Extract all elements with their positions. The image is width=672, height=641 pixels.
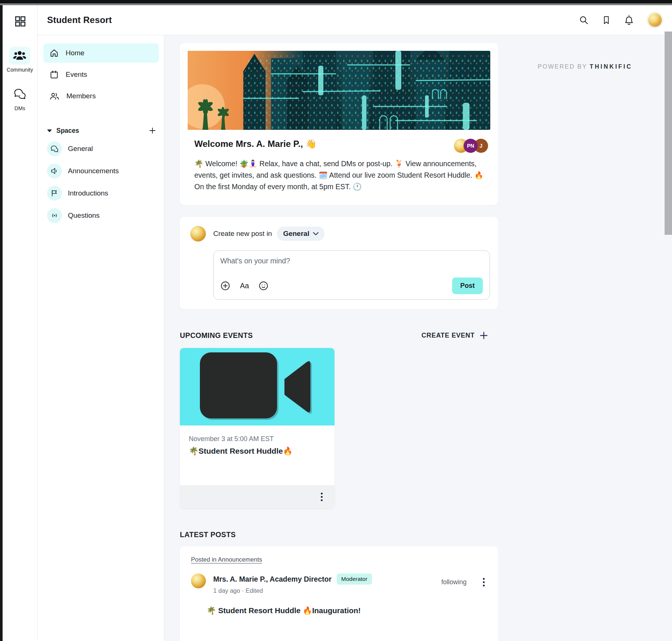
sidebar-space-announcements[interactable]: Announcements	[43, 162, 159, 180]
notifications-button[interactable]	[624, 14, 634, 26]
sidebar-item-label: Events	[66, 70, 87, 79]
thinkific-brand: THINKIFIC	[590, 63, 632, 70]
welcome-card: Welcome Mrs. A. Marie P., 👋 PN J 🌴 Welco…	[180, 43, 498, 205]
space-label: General	[68, 145, 93, 153]
bell-icon	[624, 14, 634, 26]
latest-posts-header: LATEST POSTS	[180, 530, 236, 539]
sidebar-item-members[interactable]: Members	[43, 86, 159, 106]
kebab-icon	[321, 493, 323, 494]
spaces-section-toggle[interactable]: Spaces	[47, 126, 157, 135]
rail-label-dms: DMs	[14, 105, 25, 111]
attach-button[interactable]	[220, 281, 230, 291]
add-space-button[interactable]	[148, 126, 157, 135]
user-avatar-button[interactable]	[647, 12, 663, 28]
post-author-avatar[interactable]	[191, 573, 206, 588]
member-avatar: PN	[464, 139, 478, 153]
page-scrollbar-thumb[interactable]	[665, 32, 672, 235]
post-input[interactable]	[220, 257, 483, 274]
posted-in-link[interactable]: Posted in Announcements	[191, 556, 262, 563]
top-black-bar	[0, 0, 672, 3]
welcome-description: 🌴 Welcome! 🪴🧘🏻‍♀️ Relax, have a chat, se…	[188, 158, 490, 193]
rail-label-community: Community	[7, 67, 33, 73]
home-icon	[49, 48, 59, 58]
caret-down-icon	[47, 129, 52, 132]
spaces-header-label: Spaces	[56, 127, 79, 135]
event-title: 🌴Student Resort Huddle🔥	[189, 447, 326, 456]
post-author-name[interactable]: Mrs. A. Marie P., Academy Director	[213, 575, 332, 584]
flag-icon	[50, 190, 59, 197]
space-label: Questions	[68, 211, 100, 220]
composer-avatar	[190, 226, 206, 241]
user-avatar	[648, 13, 662, 27]
sidebar-space-introductions[interactable]: Introductions	[43, 184, 159, 202]
top-header: Student Resort	[37, 5, 672, 35]
event-card[interactable]: November 3 at 5:00 AM EST 🌴Student Resor…	[180, 348, 335, 509]
event-card-footer	[180, 485, 335, 509]
page-title: Student Resort	[47, 15, 112, 25]
text-format-button[interactable]: Aa	[240, 282, 249, 290]
space-selector[interactable]: General	[277, 227, 325, 241]
post-options-button[interactable]	[481, 576, 487, 589]
moderator-badge: Moderator	[337, 573, 372, 585]
rail-item-dms[interactable]: DMs	[10, 85, 30, 111]
main-content: Welcome Mrs. A. Marie P., 👋 PN J 🌴 Welco…	[164, 35, 672, 641]
event-thumbnail-video-camera	[180, 348, 335, 425]
apps-grid-button[interactable]	[14, 15, 26, 27]
circle-plus-icon	[220, 281, 230, 291]
space-label: Announcements	[68, 167, 119, 175]
grid-icon	[14, 15, 26, 27]
composer-prompt-label: Create new post in	[213, 230, 272, 238]
smiley-icon	[258, 281, 269, 291]
members-icon	[49, 91, 60, 101]
sidebar-item-home[interactable]: Home	[43, 43, 159, 63]
community-sidebar: Home Events Members	[37, 35, 164, 641]
plus-icon	[149, 127, 156, 134]
space-label: Introductions	[68, 189, 108, 197]
event-options-button[interactable]	[319, 490, 325, 503]
dms-icon	[13, 88, 27, 101]
sidebar-item-events[interactable]: Events	[43, 65, 159, 84]
welcome-title: Welcome Mrs. A. Marie P., 👋	[194, 139, 317, 149]
space-selector-value: General	[283, 230, 309, 238]
sidebar-item-label: Members	[66, 92, 96, 100]
search-icon	[579, 15, 589, 25]
plus-icon	[480, 332, 488, 339]
calendar-icon	[49, 70, 59, 79]
bookmarks-button[interactable]	[602, 15, 611, 25]
create-post-card: Create new post in General	[180, 217, 498, 309]
following-toggle[interactable]: following	[441, 578, 467, 586]
post-meta: 1 day ago · Edited	[213, 587, 372, 594]
post-title: 🌴 Student Resort Huddle 🔥Inauguration!	[191, 606, 487, 615]
community-banner-image	[188, 51, 490, 130]
post-card: Posted in Announcements Mrs. A. Marie P.…	[180, 546, 498, 641]
sidebar-item-label: Home	[66, 49, 85, 57]
post-compose-box: Aa Post	[213, 250, 490, 300]
kebab-icon	[483, 578, 485, 580]
create-event-button[interactable]: CREATE EVENT	[422, 332, 488, 339]
sidebar-space-general[interactable]: General	[43, 140, 159, 158]
event-datetime: November 3 at 5:00 AM EST	[189, 435, 326, 443]
app-window: Community DMs Student Resort	[3, 5, 672, 641]
app-rail: Community DMs	[3, 5, 37, 641]
member-avatar-stack[interactable]: PN J	[454, 139, 490, 153]
powered-by-label: POWERED BY THINKIFIC	[498, 63, 672, 70]
emoji-button[interactable]	[258, 281, 269, 291]
broadcast-icon	[50, 212, 59, 219]
chat-bubbles-icon	[50, 145, 59, 152]
sidebar-space-questions[interactable]: Questions	[43, 207, 159, 224]
rail-item-community[interactable]: Community	[7, 47, 33, 73]
bookmark-icon	[602, 15, 611, 25]
search-button[interactable]	[579, 15, 589, 25]
left-edge-strip	[0, 5, 3, 641]
chevron-down-icon	[313, 232, 319, 236]
community-icon	[13, 50, 27, 62]
create-event-label: CREATE EVENT	[422, 332, 475, 339]
right-column: POWERED BY THINKIFIC	[498, 43, 672, 641]
post-button[interactable]: Post	[452, 277, 483, 294]
upcoming-events-header: UPCOMING EVENTS	[180, 331, 253, 340]
speaker-icon	[50, 167, 59, 175]
